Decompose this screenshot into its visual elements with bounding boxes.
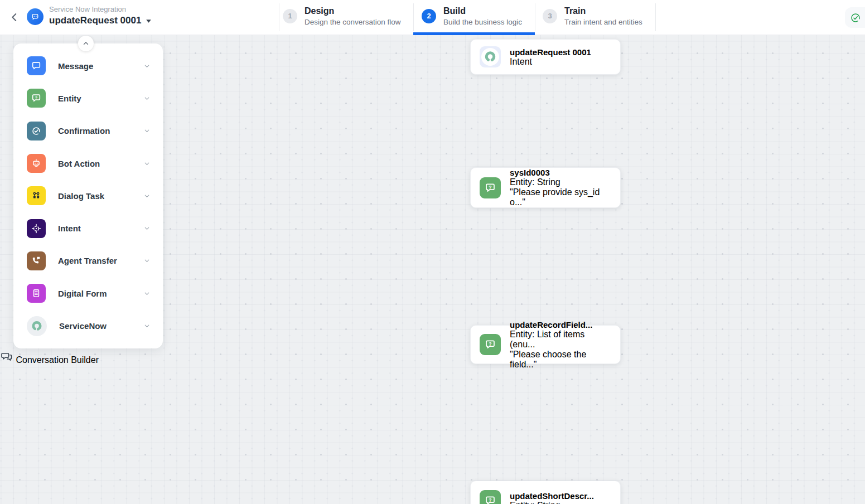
chevron-down-icon[interactable] — [143, 127, 151, 134]
node-subtitle: Entity: String — [510, 501, 594, 504]
palette-item-label: Entity — [58, 94, 143, 103]
step-subtitle: Build the business logic — [443, 17, 522, 27]
bot-action-icon — [27, 154, 46, 173]
step-title: Train — [564, 6, 642, 17]
step-separator — [279, 3, 279, 31]
step-number-badge: 3 — [543, 9, 557, 23]
flow-node-entity-sysid[interactable]: ? sysId0003 Entity: String "Please provi… — [470, 167, 621, 208]
confirmation-icon — [27, 122, 46, 140]
step-number-badge: 2 — [422, 9, 436, 23]
palette-item-servicenow[interactable]: ServiceNow — [13, 309, 163, 342]
check-circle-icon — [850, 12, 861, 23]
palette-item-label: Message — [58, 61, 143, 71]
chevron-down-icon[interactable] — [143, 322, 151, 329]
palette-item-bot-action[interactable]: Bot Action — [13, 147, 163, 180]
servicenow-icon — [480, 46, 501, 67]
flow-canvas[interactable]: Message ? Entity Confirmation Bot Action — [0, 35, 865, 504]
chevron-down-icon[interactable] — [143, 257, 151, 264]
node-subtitle: Entity: List of items (enu... — [510, 329, 611, 350]
chevron-down-icon[interactable] — [143, 160, 151, 167]
palette-item-label: Dialog Task — [58, 191, 143, 201]
entity-icon: ? — [480, 490, 501, 504]
intent-icon — [27, 219, 46, 238]
dialog-task-icon — [27, 186, 46, 205]
node-palette-panel: Message ? Entity Confirmation Bot Action — [13, 43, 163, 348]
step-number-badge: 1 — [283, 9, 297, 23]
step-title: Design — [305, 6, 401, 17]
dialog-title-dropdown[interactable]: updateRequest 0001 — [49, 14, 152, 27]
step-separator — [655, 3, 656, 31]
entity-icon: ? — [480, 334, 501, 355]
node-prompt-quote: "Please choose the field..." — [510, 350, 611, 370]
step-subtitle: Design the conversation flow — [305, 17, 401, 27]
node-title: updateRecordField... — [510, 320, 611, 329]
conversation-builder-label: Conversation Builder — [16, 355, 99, 365]
palette-item-label: Confirmation — [58, 126, 143, 135]
palette-item-agent-transfer[interactable]: Agent Transfer — [13, 245, 163, 277]
step-separator — [413, 3, 414, 31]
step-separator — [535, 3, 535, 31]
chevron-down-icon[interactable] — [143, 225, 151, 232]
bot-avatar-icon — [27, 8, 44, 25]
message-icon — [27, 56, 46, 75]
node-title: updatedShortDescr... — [510, 491, 594, 501]
palette-item-label: Bot Action — [58, 159, 143, 168]
chevron-down-icon[interactable] — [143, 290, 151, 297]
bot-name-label: Service Now Integration — [49, 5, 152, 14]
svg-text:?: ? — [489, 184, 491, 190]
palette-collapse-button[interactable] — [78, 36, 94, 51]
top-header: Service Now Integration updateRequest 00… — [0, 0, 865, 35]
back-button[interactable] — [8, 11, 21, 24]
palette-item-digital-form[interactable]: Digital Form — [13, 277, 163, 309]
palette-item-dialog-task[interactable]: Dialog Task — [13, 180, 163, 212]
node-title: sysId0003 — [510, 168, 611, 177]
svg-text:?: ? — [489, 497, 491, 503]
palette-item-entity[interactable]: ? Entity — [13, 82, 163, 114]
palette-item-label: Intent — [58, 224, 143, 233]
agent-transfer-icon — [27, 251, 46, 270]
tab-build[interactable]: 2 Build Build the business logic — [422, 0, 522, 32]
node-subtitle: Entity: String — [510, 177, 611, 187]
conversation-builder-button[interactable]: Conversation Builder — [0, 351, 865, 365]
entity-icon: ? — [27, 89, 46, 108]
chevron-down-icon[interactable] — [143, 192, 151, 200]
node-subtitle: Intent — [510, 57, 591, 67]
tab-train[interactable]: 3 Train Train intent and entities — [543, 0, 642, 32]
svg-text:?: ? — [489, 341, 491, 347]
node-prompt-quote: "Please provide sys_id o..." — [510, 187, 611, 207]
flow-node-entity-updatedshortdescr[interactable]: ? updatedShortDescr... Entity: String — [470, 481, 621, 504]
step-subtitle: Train intent and entities — [564, 17, 642, 27]
digital-form-icon — [27, 284, 46, 303]
svg-text:?: ? — [35, 95, 38, 100]
caret-down-icon — [146, 18, 152, 23]
active-tab-underline — [413, 32, 535, 35]
flow-node-entity-updaterecordfield[interactable]: ? updateRecordField... Entity: List of i… — [470, 325, 621, 364]
chevron-up-icon — [82, 40, 90, 47]
palette-item-label: ServiceNow — [59, 321, 143, 331]
servicenow-icon — [27, 316, 47, 336]
palette-item-message[interactable]: Message — [13, 50, 163, 82]
chevron-down-icon[interactable] — [143, 95, 151, 102]
chat-bubbles-icon — [0, 351, 13, 363]
palette-item-label: Agent Transfer — [58, 256, 143, 265]
chevron-down-icon[interactable] — [143, 62, 151, 70]
validation-status-tab[interactable] — [845, 7, 865, 28]
palette-item-confirmation[interactable]: Confirmation — [13, 115, 163, 147]
palette-item-intent[interactable]: Intent — [13, 212, 163, 244]
tab-design[interactable]: 1 Design Design the conversation flow — [283, 0, 401, 32]
step-title: Build — [443, 6, 522, 17]
page-title: updateRequest 0001 — [49, 14, 141, 27]
entity-icon: ? — [480, 177, 501, 198]
node-title: updateRequest 0001 — [510, 47, 591, 57]
palette-item-label: Digital Form — [58, 289, 143, 298]
flow-node-intent[interactable]: updateRequest 0001 Intent — [470, 39, 621, 75]
